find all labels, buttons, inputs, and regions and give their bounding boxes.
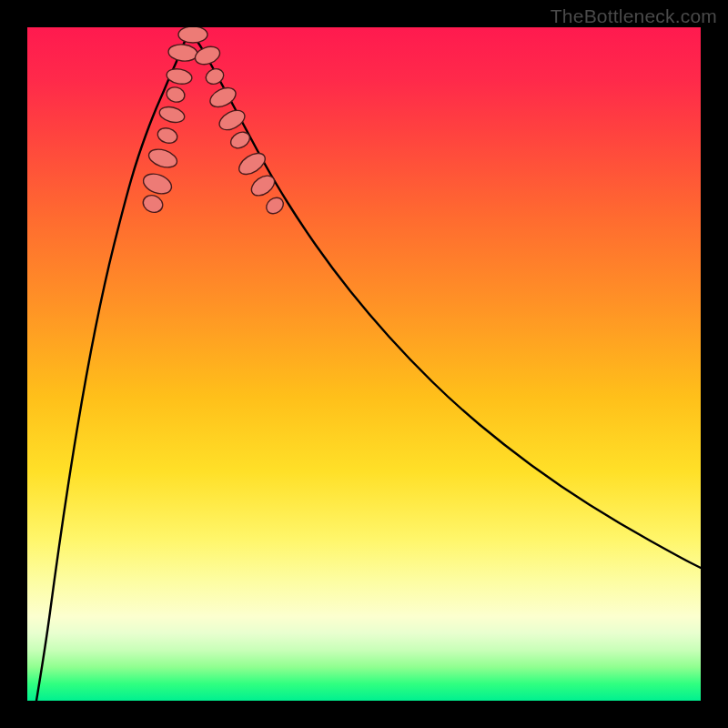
- bead-12: [217, 106, 248, 134]
- bead-8: [178, 27, 207, 43]
- right-curve: [189, 31, 701, 568]
- bead-5: [166, 86, 187, 104]
- bead-group: [140, 27, 286, 217]
- bead-7: [167, 43, 198, 62]
- bead-16: [263, 195, 287, 217]
- bead-6: [166, 67, 193, 86]
- watermark-text: TheBottleneck.com: [551, 5, 717, 27]
- curve-group: [36, 31, 701, 701]
- bottleneck-curve-plot: [27, 27, 701, 701]
- bead-15: [248, 172, 278, 200]
- chart-frame: [27, 27, 701, 701]
- bead-3: [156, 126, 179, 145]
- bead-2: [147, 146, 179, 170]
- bead-13: [228, 129, 252, 152]
- bead-0: [140, 193, 165, 216]
- bead-4: [157, 105, 186, 125]
- bead-9: [193, 44, 222, 67]
- bead-1: [141, 170, 175, 197]
- bead-14: [236, 149, 269, 179]
